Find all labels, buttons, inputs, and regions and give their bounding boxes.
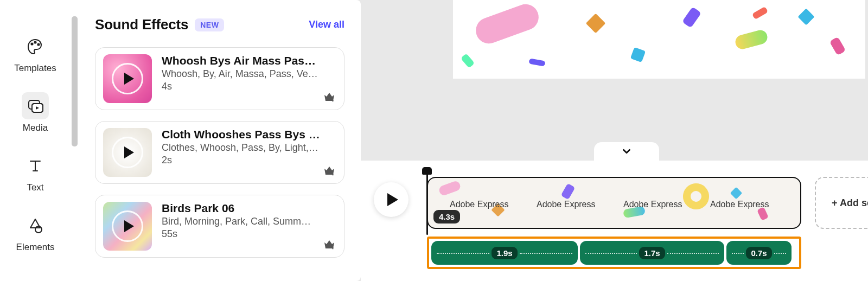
text-icon xyxy=(22,152,49,179)
svg-point-0 xyxy=(31,43,33,44)
rail-label: Media xyxy=(23,123,48,133)
clip-watermark: Adobe Express xyxy=(623,200,682,209)
audio-clip-duration: 1.7s xyxy=(639,247,665,259)
video-clip[interactable]: Adobe Express Adobe Express Adobe Expres… xyxy=(427,177,801,229)
rail-item-media[interactable]: Media xyxy=(0,92,71,133)
sound-effect-duration: 2s xyxy=(162,155,336,166)
left-rail: Templates Media Text Elements xyxy=(0,0,71,281)
audio-clip[interactable]: 0.7s xyxy=(726,241,792,265)
premium-icon xyxy=(322,238,336,252)
premium-icon xyxy=(322,164,336,178)
sound-effect-card[interactable]: Cloth Whooshes Pass Bys … Clothes, Whoos… xyxy=(95,121,344,184)
rail-label: Text xyxy=(27,182,43,193)
elements-icon xyxy=(22,212,49,239)
svg-point-1 xyxy=(34,41,36,43)
rail-label: Templates xyxy=(14,63,56,74)
clip-duration-badge: 4.3s xyxy=(433,210,460,223)
rail-item-templates[interactable]: Templates xyxy=(0,33,71,74)
sound-effect-card[interactable]: Birds Park 06 Bird, Morning, Park, Call,… xyxy=(95,195,344,258)
sound-effect-tags: Whoosh, By, Air, Massa, Pass, Ve… xyxy=(162,68,336,80)
play-icon xyxy=(124,146,134,158)
sound-effect-duration: 55s xyxy=(162,228,336,240)
rail-label: Elements xyxy=(16,242,55,253)
timeline-tracks: Adobe Express Adobe Express Adobe Expres… xyxy=(427,177,801,269)
templates-icon xyxy=(22,33,49,60)
add-scene-button[interactable]: + Add scene xyxy=(815,177,868,229)
svg-point-6 xyxy=(35,226,42,233)
stage: Adobe Express Adobe Express Adobe Expres… xyxy=(361,0,868,281)
clip-watermark: Adobe Express xyxy=(450,200,509,209)
play-button[interactable] xyxy=(374,182,409,217)
audio-track-highlighted: 1.9s1.7s0.7s xyxy=(427,237,801,269)
sound-effect-title: Cloth Whooshes Pass Bys … xyxy=(162,128,336,141)
audio-clip[interactable]: 1.7s xyxy=(580,241,724,265)
new-badge: NEW xyxy=(195,18,224,31)
svg-point-2 xyxy=(37,43,39,45)
add-scene-label: + Add scene xyxy=(832,197,868,209)
sound-effect-tags: Clothes, Whoosh, Pass, By, Light,… xyxy=(162,142,336,154)
rail-item-text[interactable]: Text xyxy=(0,152,71,193)
canvas-preview[interactable] xyxy=(453,0,865,79)
sound-effect-card[interactable]: Whoosh Bys Air Mass Pas… Whoosh, By, Air… xyxy=(95,47,344,110)
sound-effect-thumb[interactable] xyxy=(103,202,152,251)
clip-watermark: Adobe Express xyxy=(537,200,596,209)
sound-effects-panel: Sound Effects NEW View all Whoosh Bys Ai… xyxy=(79,0,361,281)
audio-clip[interactable]: 1.9s xyxy=(431,241,578,265)
rail-item-elements[interactable]: Elements xyxy=(0,212,71,253)
play-icon xyxy=(124,73,134,85)
sound-effect-title: Birds Park 06 xyxy=(162,202,336,215)
media-icon xyxy=(22,92,49,119)
play-icon xyxy=(124,220,134,232)
sound-effect-thumb[interactable] xyxy=(103,128,152,177)
premium-icon xyxy=(322,90,336,104)
timeline: Adobe Express Adobe Express Adobe Expres… xyxy=(361,161,868,281)
sound-effect-title: Whoosh Bys Air Mass Pas… xyxy=(162,54,336,67)
audio-clip-duration: 1.9s xyxy=(492,247,517,259)
sound-effect-tags: Bird, Morning, Park, Call, Summ… xyxy=(162,216,336,227)
panel-scrollbar-thumb[interactable] xyxy=(72,16,78,146)
clip-watermark: Adobe Express xyxy=(710,200,769,209)
play-icon xyxy=(387,193,398,206)
timeline-collapse-button[interactable] xyxy=(594,142,659,161)
chevron-down-icon xyxy=(621,145,633,157)
view-all-link[interactable]: View all xyxy=(309,19,344,30)
panel-title: Sound Effects xyxy=(95,16,188,33)
audio-clip-duration: 0.7s xyxy=(746,247,771,259)
panel-scrollbar[interactable] xyxy=(71,0,79,281)
sound-effect-duration: 4s xyxy=(162,81,336,92)
sound-effect-thumb[interactable] xyxy=(103,54,152,103)
